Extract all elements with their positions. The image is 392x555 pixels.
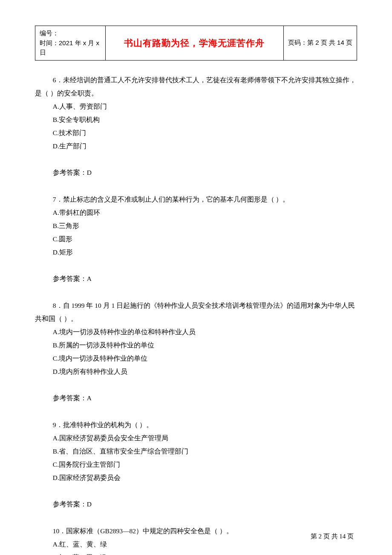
option-d: D.境内所有特种作业人员 xyxy=(35,365,357,378)
question-text: 7．禁止标志的含义是不准或制止人们的某种行为，它的基本几何图形是（ ）。 xyxy=(35,193,357,206)
question-text: 10．国家标准（GB2893—82）中规定的四种安全色是（ ）。 xyxy=(35,524,357,538)
option-b: B.所属的一切涉及特种作业的单位 xyxy=(35,338,357,352)
header-left-cell: 编号： 时间：2021 年 x 月 x 日 xyxy=(35,26,106,61)
page-footer: 第 2 页 共 14 页 xyxy=(311,532,354,541)
option-c: C.国务院行业主管部门 xyxy=(35,458,357,471)
header-bianhao: 编号： xyxy=(40,29,101,38)
header-right-cell: 页码：第 2 页 共 14 页 xyxy=(284,26,357,61)
header-table: 编号： 时间：2021 年 x 月 x 日 书山有路勤为径，学海无涯苦作舟 页码… xyxy=(35,26,357,61)
question-number: 8． xyxy=(53,302,63,309)
option-b: B.安全专职机构 xyxy=(35,113,357,126)
option-a: A.带斜杠的圆环 xyxy=(35,206,357,219)
question-number: 7． xyxy=(53,196,63,203)
answer: 参考答案：D xyxy=(35,166,357,179)
question-text-cont: 共和国（ ）。 xyxy=(35,312,357,325)
question-number: 9． xyxy=(53,421,63,428)
question-text-cont: 是（ ）的安全职责。 xyxy=(35,87,357,100)
question-7: 7．禁止标志的含义是不准或制止人们的某种行为，它的基本几何图形是（ ）。 A.带… xyxy=(35,193,357,285)
option-a: A.国家经济贸易委员会安全生产管理局 xyxy=(35,431,357,445)
option-b: B.红、蓝、黑、绿 xyxy=(35,551,357,555)
header-center-cell: 书山有路勤为径，学海无涯苦作舟 xyxy=(105,26,283,61)
answer: 参考答案：D xyxy=(35,497,357,511)
option-c: C.圆形 xyxy=(35,232,357,246)
question-text: 8．自 1999 年 10 月 1 日起施行的《特种作业人员安全技术培训考核管理… xyxy=(35,299,357,312)
question-text: 9．批准特种作业的机构为（ ）。 xyxy=(35,418,357,431)
question-text: 6．未经培训的普通工人不允许安排替代技术工人，艺徒在没有老师傅带领下不允许安排其… xyxy=(35,73,357,87)
content-body: 6．未经培训的普通工人不允许安排替代技术工人，艺徒在没有老师傅带领下不允许安排其… xyxy=(35,73,357,555)
answer: 参考答案：A xyxy=(35,391,357,405)
option-a: A.人事、劳资部门 xyxy=(35,100,357,113)
question-10: 10．国家标准（GB2893—82）中规定的四种安全色是（ ）。 A.红、蓝、黄… xyxy=(35,524,357,555)
question-number: 6． xyxy=(53,76,63,84)
option-d: D.生产部门 xyxy=(35,139,357,153)
answer: 参考答案：A xyxy=(35,272,357,285)
option-c: C.境内一切涉及特种作业的单位 xyxy=(35,352,357,365)
option-d: D.国家经济贸易委员会 xyxy=(35,471,357,484)
question-8: 8．自 1999 年 10 月 1 日起施行的《特种作业人员安全技术培训考核管理… xyxy=(35,299,357,405)
option-a: A.红、蓝、黄、绿 xyxy=(35,538,357,551)
question-6: 6．未经培训的普通工人不允许安排替代技术工人，艺徒在没有老师傅带领下不允许安排其… xyxy=(35,73,357,179)
option-c: C.技术部门 xyxy=(35,126,357,139)
option-a: A.境内一切涉及特种作业的单位和特种作业人员 xyxy=(35,325,357,338)
option-b: B.省、自治区、直辖市安全生产综合管理部门 xyxy=(35,445,357,458)
option-b: B.三角形 xyxy=(35,219,357,232)
option-d: D.矩形 xyxy=(35,246,357,259)
question-number: 10． xyxy=(53,527,66,535)
header-time: 时间：2021 年 x 月 x 日 xyxy=(40,38,101,58)
question-9: 9．批准特种作业的机构为（ ）。 A.国家经济贸易委员会安全生产管理局 B.省、… xyxy=(35,418,357,511)
